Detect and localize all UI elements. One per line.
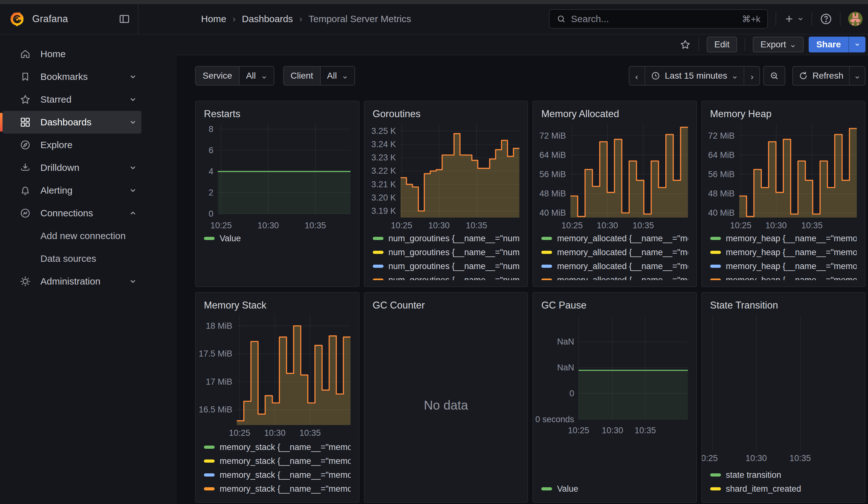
y-axis-tick: 4 [209,166,213,176]
chart-row: NaNNaN00 seconds [541,315,688,422]
chart-plot-area[interactable] [237,315,351,425]
legend-item[interactable]: Value [541,482,688,496]
service-variable-select[interactable]: Service All [195,66,274,85]
sidebar-item-data-sources[interactable]: Data sources [2,247,142,270]
grafana-logo-icon[interactable] [9,11,25,27]
refresh-group: Refresh [792,66,866,85]
divider [840,12,840,25]
legend-item[interactable]: Value [204,232,351,245]
y-axis-tick: NaN [557,337,574,347]
chevron-down-icon[interactable] [129,164,137,172]
breadcrumb-dashboards[interactable]: Dashboards [242,13,293,24]
y-axis-tick: 64 MiB [539,150,566,160]
legend-color-pill [710,487,721,491]
legend-item[interactable]: memory_stack {__name__="memory_s [204,440,351,454]
chart-plot-area[interactable] [570,123,688,218]
time-shift-back-button[interactable] [629,66,644,85]
legend-item[interactable]: memory_heap {__name__="memory_h [710,232,857,245]
legend-item[interactable]: memory_allocated {__name__="memo [541,273,688,280]
chevron-down-icon[interactable] [129,186,137,195]
share-button[interactable]: Share [809,37,848,52]
refresh-interval-button[interactable] [849,66,865,85]
chart-plot-area[interactable] [218,123,351,218]
chart-row: 72 MiB64 MiB56 MiB48 MiB40 MiB [541,123,688,218]
chevron-up-icon[interactable] [129,209,137,217]
panel-restarts: Restarts8642010:2510:3010:35Value [195,101,360,287]
chart-plot-area[interactable] [401,123,519,218]
search-icon [557,14,566,24]
chevron-down-icon[interactable] [129,277,137,286]
sidebar-item-administration[interactable]: Administration [2,270,142,293]
y-axis-tick: 48 MiB [708,189,734,199]
panel-title[interactable]: GC Counter [373,298,519,315]
sidebar-item-dashboards[interactable]: Dashboards [2,111,142,134]
sidebar-item-label: Administration [40,276,129,287]
time-range-picker[interactable]: Last 15 minutes [644,66,744,85]
dock-menu-icon[interactable] [118,13,130,25]
legend-item[interactable]: memory_allocated {__name__="memo [541,232,688,245]
sidebar-item-add-new-connection[interactable]: Add new connection [2,225,142,247]
panel-title[interactable]: Restarts [204,107,351,123]
export-button[interactable]: Export [753,37,804,52]
x-axis-tick: 10:35 [789,453,811,463]
chevron-down-icon[interactable] [129,95,137,104]
search-input[interactable]: Search... ⌘+k [549,9,768,29]
sidebar-item-home[interactable]: Home [2,43,142,65]
legend-item[interactable]: memory_stack {__name__="memory_s [204,482,351,496]
breadcrumb-separator-icon: › [299,14,302,24]
chart-plot-area[interactable] [579,315,688,422]
panel-title[interactable]: Memory Heap [710,107,857,123]
panel-title[interactable]: State Transition [710,298,857,315]
chart-plot-area[interactable] [710,315,857,450]
panel-title[interactable]: Memory Stack [204,298,351,315]
legend-item[interactable]: memory_heap {__name__="memory_h [710,273,857,280]
legend-item[interactable]: memory_stack {__name__="memory_s [204,468,351,482]
client-variable-select[interactable]: Client All [283,66,355,85]
breadcrumb-home[interactable]: Home [201,13,226,24]
legend-item[interactable]: memory_heap {__name__="memory_h [710,245,857,259]
user-avatar[interactable] [848,12,862,26]
new-dashboard-button[interactable] [784,13,804,24]
chevron-down-icon [732,73,738,79]
legend-color-pill [710,265,721,268]
legend-item[interactable]: state transition [710,468,857,482]
time-shift-forward-button[interactable] [744,66,760,85]
legend-item[interactable]: memory_heap {__name__="memory_h [710,259,857,273]
legend-item[interactable]: num_goroutines {__name__="num_go [373,273,519,280]
panel-title[interactable]: GC Pause [541,298,688,315]
panel-title[interactable]: Memory Allocated [541,107,688,123]
sidebar-item-starred[interactable]: Starred [2,88,142,111]
help-icon[interactable] [820,13,832,25]
x-axis-tick: 10:30 [602,426,623,435]
sidebar-item-label: Data sources [40,253,137,264]
legend-item[interactable]: num_goroutines {__name__="num_go [373,245,519,259]
sidebar-item-drilldown[interactable]: Drilldown [2,156,142,179]
sidebar-item-bookmarks[interactable]: Bookmarks [2,65,142,88]
legend-item[interactable]: num_goroutines {__name__="num_go [373,259,519,273]
legend-item[interactable]: memory_allocated {__name__="memo [541,259,688,273]
refresh-button[interactable]: Refresh [793,66,849,85]
zoom-out-button[interactable] [764,66,785,85]
sidebar-item-connections[interactable]: Connections [2,202,142,225]
favorite-star-icon[interactable] [680,39,691,50]
panel-title[interactable]: Goroutines [373,107,519,123]
chart-plot-area[interactable] [739,123,857,218]
bell-icon [20,185,31,196]
y-axis-tick: 72 MiB [539,131,566,141]
legend-label: memory_allocated {__name__="memo [557,234,688,244]
sidebar-item-alerting[interactable]: Alerting [2,179,142,202]
legend-item[interactable]: memory_stack {__name__="memory_s [204,454,351,468]
legend-item[interactable]: num_goroutines {__name__="num_go [373,232,519,245]
x-axis-tick: 10:30 [428,221,450,230]
legend-item[interactable]: shard_item_created [710,482,857,496]
legend-color-pill [541,487,552,491]
edit-button[interactable]: Edit [707,37,737,52]
sidebar-item-explore[interactable]: Explore [2,134,142,156]
chevron-down-icon[interactable] [129,73,137,81]
panel-grid: Restarts8642010:2510:3010:35ValueGorouti… [195,101,866,503]
chevron-down-icon[interactable] [129,118,137,126]
share-menu-button[interactable] [848,37,866,52]
chevron-down-icon [854,41,860,48]
x-axis-tick: 10:35 [304,221,326,230]
legend-item[interactable]: memory_allocated {__name__="memo [541,245,688,259]
